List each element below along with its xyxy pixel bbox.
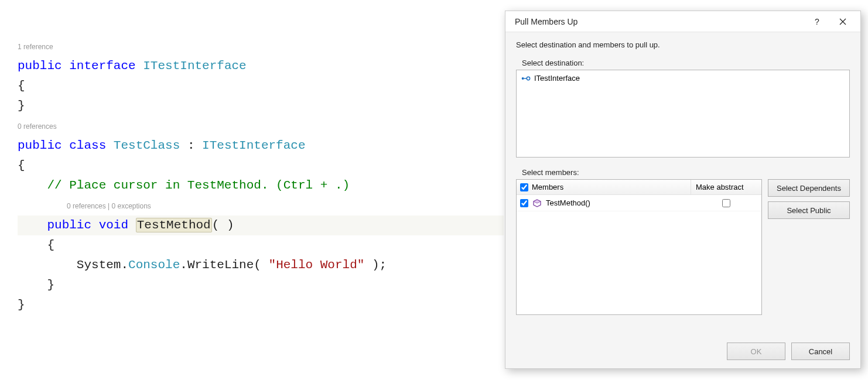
code-editor[interactable]: 1 reference public interface ITestInterf… xyxy=(0,0,504,380)
member-checkbox[interactable] xyxy=(520,199,528,207)
type-name: ITestInterface xyxy=(202,139,305,152)
brace: } xyxy=(18,99,25,112)
method-icon xyxy=(533,199,541,207)
codelens-reference[interactable]: 0 references xyxy=(18,122,57,131)
method-call: WriteLine xyxy=(187,258,254,272)
punct: : xyxy=(180,139,202,152)
svg-point-0 xyxy=(522,77,524,80)
make-abstract-column-header[interactable]: Make abstract xyxy=(691,183,761,191)
destination-item[interactable]: ITestInterface xyxy=(521,74,845,83)
method-name-highlighted[interactable]: TestMethod xyxy=(136,218,212,232)
member-name: TestMethod() xyxy=(546,198,590,207)
table-row[interactable]: TestMethod() xyxy=(517,195,761,211)
members-column-header[interactable]: Members xyxy=(532,183,563,191)
keyword: public xyxy=(47,218,91,232)
dialog-body: Select destination and members to pull u… xyxy=(505,32,860,334)
identifier: System xyxy=(77,258,121,272)
keyword: public xyxy=(18,59,62,73)
codelens-reference[interactable]: 0 references | 0 exceptions xyxy=(18,202,151,210)
keyword: interface xyxy=(69,59,135,73)
brace: { xyxy=(18,79,25,93)
dialog-footer: OK Cancel xyxy=(505,334,860,368)
close-button[interactable] xyxy=(830,13,856,30)
dialog-instruction: Select destination and members to pull u… xyxy=(516,40,850,49)
destination-item-label: ITestInterface xyxy=(534,74,580,83)
codelens-reference[interactable]: 1 reference xyxy=(18,43,53,51)
type-name: TestClass xyxy=(114,139,180,152)
destination-label: Select destination: xyxy=(522,59,850,67)
brace: } xyxy=(47,278,54,292)
brace: { xyxy=(47,238,54,252)
cancel-button[interactable]: Cancel xyxy=(791,343,850,360)
members-table-header: Members Make abstract xyxy=(517,180,761,195)
dialog-title: Pull Members Up xyxy=(515,17,804,26)
keyword: public xyxy=(18,139,62,152)
make-abstract-checkbox[interactable] xyxy=(722,199,730,207)
type-name: ITestInterface xyxy=(143,59,246,73)
parens: ( ) xyxy=(212,218,234,232)
brace: { xyxy=(18,159,25,172)
select-public-button[interactable]: Select Public xyxy=(768,201,850,219)
ok-button[interactable]: OK xyxy=(727,343,785,360)
dialog-titlebar[interactable]: Pull Members Up ? xyxy=(505,11,860,32)
help-button[interactable]: ? xyxy=(804,13,830,30)
svg-point-2 xyxy=(527,77,529,80)
keyword: class xyxy=(69,139,106,152)
members-label: Select members: xyxy=(522,168,850,177)
comment: // Place cursor in TestMethod. (Ctrl + .… xyxy=(47,179,350,192)
close-icon xyxy=(839,18,846,25)
members-table: Members Make abstract TestMethod() xyxy=(516,179,762,315)
keyword: void xyxy=(99,218,128,232)
destination-list[interactable]: ITestInterface xyxy=(516,70,850,158)
brace: } xyxy=(18,298,25,311)
type-name: Console xyxy=(128,258,180,272)
string-literal: "Hello World" xyxy=(269,258,365,272)
select-all-checkbox[interactable] xyxy=(520,183,528,191)
pull-members-up-dialog: Pull Members Up ? Select destination and… xyxy=(505,11,861,369)
select-dependents-button[interactable]: Select Dependents xyxy=(768,179,850,197)
svg-marker-4 xyxy=(534,200,541,203)
interface-icon xyxy=(521,75,531,82)
